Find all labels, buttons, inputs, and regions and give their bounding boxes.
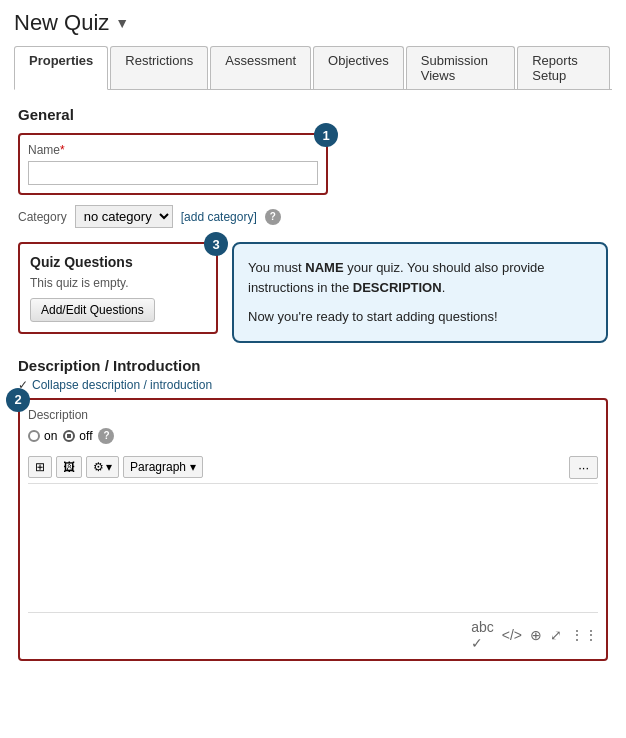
general-heading: General: [18, 106, 608, 123]
tab-reports-setup[interactable]: Reports Setup: [517, 46, 610, 89]
desc-help-icon[interactable]: ?: [98, 428, 114, 444]
collapse-link[interactable]: Collapse description / introduction: [32, 378, 212, 392]
quiz-questions-title: Quiz Questions: [30, 254, 206, 270]
callout-box: You must NAME your quiz. You should also…: [232, 242, 608, 343]
footer-expand-icon[interactable]: ⤢: [550, 627, 562, 643]
description-box: Description on off ?: [18, 398, 608, 661]
help-icon[interactable]: ?: [265, 209, 281, 225]
toolbar-image-icon: 🖼: [63, 460, 75, 474]
toolbar-insert-icon: ⊞: [35, 460, 45, 474]
category-label: Category: [18, 210, 67, 224]
footer-source-icon[interactable]: ⊕: [530, 627, 542, 643]
tab-assessment[interactable]: Assessment: [210, 46, 311, 89]
footer-code-icon[interactable]: </>: [502, 627, 522, 643]
footer-spell-icon[interactable]: abc✓: [471, 619, 494, 651]
page-title-row: New Quiz ▼: [14, 10, 612, 36]
page-wrapper: New Quiz ▼ Properties Restrictions Asses…: [0, 0, 626, 671]
tabs-bar: Properties Restrictions Assessment Objec…: [14, 46, 612, 90]
description-section-title: Description / Introduction: [18, 357, 608, 374]
toolbar-paragraph-dropdown[interactable]: Paragraph ▾: [123, 456, 203, 478]
on-off-row: on off ?: [28, 428, 598, 444]
page-title: New Quiz: [14, 10, 109, 36]
tab-objectives[interactable]: Objectives: [313, 46, 404, 89]
toolbar-gear-icon: ⚙: [93, 460, 104, 474]
editor-area[interactable]: [28, 488, 598, 608]
radio-on-label: on: [44, 429, 57, 443]
toolbar-gear-btn[interactable]: ⚙ ▾: [86, 456, 119, 478]
badge-2: 2: [6, 388, 30, 412]
desc-label: Description: [28, 408, 598, 422]
collapse-link-row: ✓ Collapse description / introduction: [18, 378, 608, 392]
main-content: General Name* 1 Category no category [ad…: [14, 106, 612, 661]
toolbar-insert-btn[interactable]: ⊞: [28, 456, 52, 478]
radio-off: off: [63, 429, 92, 443]
category-row: Category no category [add category] ?: [18, 205, 608, 228]
name-input[interactable]: [28, 161, 318, 185]
footer-drag-icon: ⋮⋮: [570, 627, 598, 643]
tab-properties[interactable]: Properties: [14, 46, 108, 90]
callout-line1: You must NAME your quiz. You should also…: [248, 258, 592, 297]
name-label: Name*: [28, 143, 318, 157]
toolbar-row: ⊞ 🖼 ⚙ ▾ Paragraph ▾ ···: [28, 452, 598, 484]
callout-line2: Now you're ready to start adding questio…: [248, 307, 592, 327]
quiz-questions-box: Quiz Questions This quiz is empty. Add/E…: [18, 242, 218, 334]
toolbar-more-btn[interactable]: ···: [569, 456, 598, 479]
badge-1: 1: [314, 123, 338, 147]
tab-submission-views[interactable]: Submission Views: [406, 46, 515, 89]
title-dropdown-arrow[interactable]: ▼: [115, 15, 129, 31]
two-col-section: Quiz Questions This quiz is empty. Add/E…: [18, 242, 608, 343]
description-outer: 2 Description on off ?: [18, 398, 608, 661]
description-section: Description / Introduction ✓ Collapse de…: [18, 357, 608, 661]
editor-footer: abc✓ </> ⊕ ⤢ ⋮⋮: [28, 612, 598, 651]
radio-on: on: [28, 429, 57, 443]
badge-3: 3: [204, 232, 228, 256]
radio-on-btn[interactable]: [28, 430, 40, 442]
radio-off-label: off: [79, 429, 92, 443]
quiz-empty-text: This quiz is empty.: [30, 276, 206, 290]
radio-off-btn[interactable]: [63, 430, 75, 442]
add-category-link[interactable]: [add category]: [181, 210, 257, 224]
general-section: General Name* 1 Category no category [ad…: [18, 106, 608, 228]
tab-restrictions[interactable]: Restrictions: [110, 46, 208, 89]
toolbar-gear-arrow: ▾: [106, 460, 112, 474]
toolbar-paragraph-label: Paragraph: [130, 460, 186, 474]
add-edit-questions-button[interactable]: Add/Edit Questions: [30, 298, 155, 322]
toolbar-image-btn[interactable]: 🖼: [56, 456, 82, 478]
required-star: *: [60, 143, 65, 157]
name-field-box: Name*: [18, 133, 328, 195]
toolbar-paragraph-arrow: ▾: [190, 460, 196, 474]
category-select[interactable]: no category: [75, 205, 173, 228]
